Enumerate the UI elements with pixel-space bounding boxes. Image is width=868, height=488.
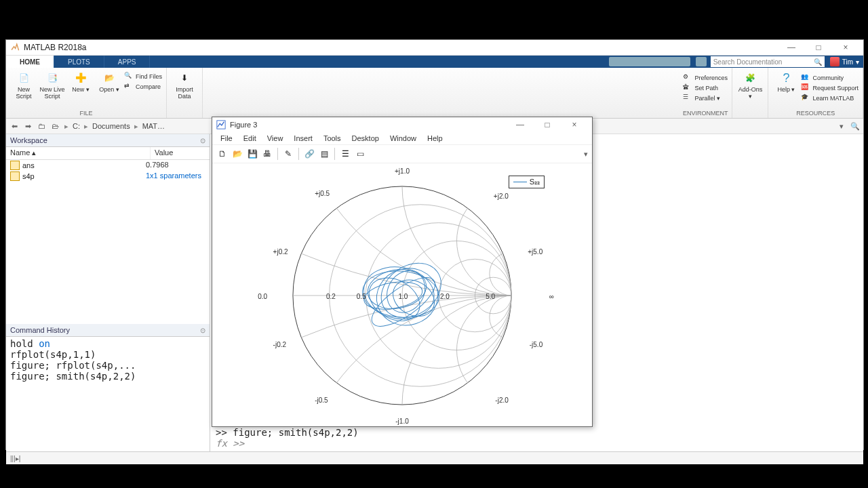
compare-icon: ⇄ (124, 82, 134, 92)
toolstrip-group-resources: ? Help ▾ 👥Community 🆘Request Support 🎓Le… (768, 68, 863, 118)
addons-button[interactable]: 🧩 Add-Ons ▾ (736, 70, 764, 100)
search-input[interactable]: Search Documentation 🔍 (711, 56, 825, 67)
new-live-script-button[interactable]: 📑 New Live Script (39, 70, 66, 100)
fig-maximize-button[interactable]: □ (534, 118, 561, 131)
history-line[interactable]: figure; rfplot(s4p,... (10, 360, 205, 371)
toolstrip-group-file: 📄 New Script 📑 New Live Script ✚ New ▾ 📂… (6, 68, 167, 118)
qat-more-icon[interactable] (696, 57, 707, 66)
menu-view[interactable]: View (263, 134, 288, 142)
panel-menu-icon[interactable]: ⊙ (200, 327, 205, 334)
variable-icon (10, 171, 20, 181)
chart-label: +j5.0 (528, 248, 542, 256)
chart-label: -j0.5 (315, 396, 328, 404)
chart-label: +j0.2 (273, 248, 288, 256)
fig-minimize-button[interactable]: — (507, 118, 534, 131)
support-icon: 🆘 (801, 83, 810, 93)
open-button[interactable]: 📂 Open ▾ (96, 70, 123, 94)
history-line[interactable]: figure; smith(s4p,2,2) (10, 371, 205, 382)
addr-search-icon[interactable]: 🔍 (850, 121, 861, 131)
fig-close-button[interactable]: × (561, 118, 588, 131)
new-live-script-icon: 📑 (45, 70, 60, 85)
tab-plots[interactable]: PLOTS (54, 56, 104, 68)
chart-label: 0.0 (258, 293, 267, 300)
save-figure-icon[interactable]: 💾 (246, 148, 258, 160)
svg-point-14 (402, 296, 531, 418)
compare-button[interactable]: ⇄Compare (124, 82, 162, 92)
chart-label: -j5.0 (530, 341, 542, 348)
status-text: |||▸| (10, 455, 20, 462)
menu-help[interactable]: Help (423, 134, 447, 142)
folder-open-icon: 📂 (102, 70, 117, 85)
tab-apps[interactable]: APPS (104, 56, 151, 68)
colorbar-icon[interactable]: ▤ (318, 148, 330, 160)
parallel-button[interactable]: ☰Parallel ▾ (683, 94, 728, 103)
svg-point-15 (457, 186, 531, 296)
menu-tools[interactable]: Tools (319, 134, 345, 142)
figure-window[interactable]: Figure 3 — □ × File Edit View Insert Too… (212, 117, 593, 427)
chart-label: ∞ (549, 293, 554, 300)
panel-menu-icon[interactable]: ⊙ (200, 137, 205, 144)
learn-matlab-button[interactable]: 🎓Learn MATLAB (801, 94, 859, 103)
svg-point-23 (365, 269, 442, 335)
learn-icon: 🎓 (801, 94, 810, 103)
menu-insert[interactable]: Insert (290, 134, 317, 142)
tab-home[interactable]: HOME (6, 56, 54, 68)
toolstrip: 📄 New Script 📑 New Live Script ✚ New ▾ 📂… (6, 68, 863, 119)
import-data-button[interactable]: ⬇ Import Data (171, 70, 198, 100)
nav-up-button[interactable]: 🗀 (36, 121, 47, 131)
chart-label: 0.2 (326, 293, 336, 300)
command-history-header[interactable]: Command History ⊙ (6, 324, 210, 337)
preferences-button[interactable]: ⚙Preferences (683, 73, 728, 83)
help-button[interactable]: ? Help ▾ (772, 70, 800, 94)
new-button[interactable]: ✚ New ▾ (67, 70, 94, 94)
col-name[interactable]: Name ▴ (6, 147, 151, 159)
quick-access-toolbar[interactable] (609, 57, 690, 66)
user-menu[interactable]: Tim ▾ (826, 57, 863, 66)
new-script-button[interactable]: 📄 New Script (10, 70, 37, 100)
find-files-button[interactable]: 🔍Find Files (124, 72, 162, 81)
menu-desktop[interactable]: Desktop (348, 134, 383, 142)
menu-window[interactable]: Window (386, 134, 420, 142)
maximize-button[interactable]: □ (805, 41, 832, 54)
history-line[interactable]: hold on (10, 338, 205, 349)
open-figure-icon[interactable]: 📂 (231, 148, 243, 160)
workspace-header[interactable]: Workspace ⊙ (6, 134, 210, 147)
print-icon[interactable]: 🖶 (261, 148, 273, 160)
search-icon[interactable]: 🔍 (814, 58, 822, 66)
app-title: MATLAB R2018a (24, 43, 87, 52)
workspace-row[interactable]: s4p 1x1 sparameters (6, 171, 210, 182)
addr-dropdown-icon[interactable]: ▾ (836, 121, 847, 131)
menu-edit[interactable]: Edit (239, 134, 260, 142)
nav-browse-button[interactable]: 🗁 (50, 121, 60, 131)
history-line[interactable]: rfplot(s4p,1,1) (10, 349, 205, 360)
new-figure-icon[interactable]: 🗋 (216, 148, 229, 160)
community-button[interactable]: 👥Community (801, 73, 859, 83)
edit-plot-icon[interactable]: ✎ (282, 148, 294, 160)
close-button[interactable]: × (832, 41, 859, 54)
command-prompt[interactable]: fx >> (216, 438, 858, 449)
matlab-logo-icon (10, 43, 20, 52)
breadcrumb[interactable]: Documents (92, 122, 130, 130)
nav-back-button[interactable]: ⬅ (9, 121, 20, 131)
chart-label: 5.0 (486, 293, 495, 300)
figure-titlebar[interactable]: Figure 3 — □ × (212, 117, 592, 132)
community-icon: 👥 (801, 73, 810, 83)
nav-fwd-button[interactable]: ➡ (22, 121, 33, 131)
breadcrumb[interactable]: C: (73, 122, 80, 130)
figure-toolbar-more-icon[interactable]: ▾ (584, 150, 588, 159)
titlebar: MATLAB R2018a — □ × (6, 40, 863, 56)
set-path-button[interactable]: 🛣Set Path (683, 83, 728, 93)
breadcrumb[interactable]: MAT… (142, 122, 165, 130)
workspace-row[interactable]: ans 0.7968 (6, 160, 210, 171)
chart-label: -j2.0 (495, 396, 508, 404)
figure-axes[interactable]: S₂₂ +j1.0 +j0.5 +j2.0 +j0.2 +j5.0 0.0 ∞ … (212, 163, 592, 428)
link-icon[interactable]: 🔗 (303, 148, 315, 160)
request-support-button[interactable]: 🆘Request Support (801, 83, 859, 93)
axes-props-icon[interactable]: ▭ (354, 148, 366, 160)
col-value[interactable]: Value (151, 147, 177, 159)
chart-legend[interactable]: S₂₂ (509, 176, 545, 188)
minimize-button[interactable]: — (778, 41, 805, 54)
variable-icon (10, 161, 20, 170)
legend-icon[interactable]: ☰ (339, 148, 351, 160)
menu-file[interactable]: File (216, 134, 237, 142)
